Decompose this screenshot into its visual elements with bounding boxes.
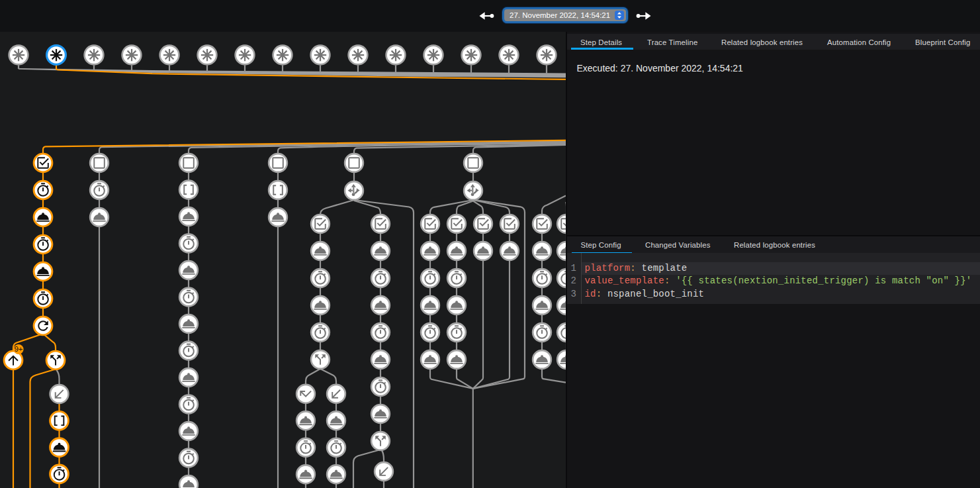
svg-text:9+: 9+ [14, 345, 22, 353]
